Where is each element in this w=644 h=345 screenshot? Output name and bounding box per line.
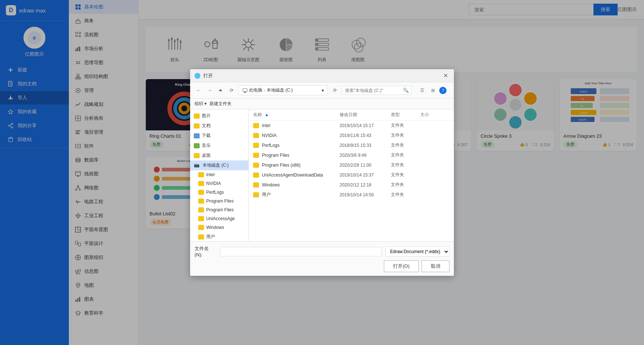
file-program-files-x86[interactable]: Program Files (x86) 2020/2/28 11:00 文件夹 — [249, 160, 454, 170]
file-nvidia[interactable]: NVIDIA 2019/11/6 15:43 文件夹 — [249, 130, 454, 140]
svg-rect-196 — [244, 92, 246, 93]
view-grid-btn[interactable]: ⊞ — [428, 86, 438, 95]
dialog-file-header: 名称 ▲ 修改日期 类型 大小 — [249, 110, 454, 120]
folder-downloads[interactable]: 下载 — [190, 131, 248, 141]
file-program-files[interactable]: Program Files 2020/3/6 9:49 文件夹 — [249, 150, 454, 160]
folder-users[interactable]: 用户 — [190, 232, 248, 241]
dialog-search-box: 🔍 — [342, 86, 411, 95]
svg-rect-199 — [195, 164, 197, 165]
dialog-search-icon[interactable]: 🔍 — [401, 86, 411, 94]
filename-label: 文件名(N): — [195, 245, 216, 257]
folder-icon-pf — [198, 199, 204, 204]
folder-icon-file-users — [253, 192, 259, 197]
help-btn[interactable]: ? — [439, 87, 447, 94]
folder-icon-file-perflogs — [253, 143, 259, 148]
folder-icon-uni — [198, 216, 204, 221]
folder-program-files-x86[interactable]: Program Files — [190, 205, 248, 214]
folder-icon-file-pfx86 — [253, 163, 259, 168]
svg-rect-198 — [194, 164, 199, 167]
up-button[interactable] — [216, 86, 225, 94]
folder-music[interactable]: 音乐 — [190, 141, 248, 151]
folder-icon-desktop — [194, 153, 200, 158]
svg-marker-194 — [219, 89, 222, 91]
folder-icon-users — [198, 234, 204, 240]
back-button[interactable]: ← — [195, 86, 203, 94]
dialog-footer: 文件名(N): Edraw.Document (*.eddx) 打开(O) 取消 — [190, 241, 454, 276]
dialog-close-button[interactable]: ✕ — [442, 72, 449, 79]
folder-icon-file-uni — [253, 172, 259, 178]
folder-icon-file-pf — [253, 153, 259, 158]
dialog-toolbar: ← → ⟳ 此电脑 › 本地磁盘 (C:) ▾ ⟳ 🔍 ☰ ⊞ ? — [190, 82, 454, 99]
path-part-2: 本地磁盘 (C:) — [267, 87, 293, 93]
file-windows[interactable]: Windows 2020/2/12 12:18 文件夹 — [249, 180, 454, 190]
computer-icon — [243, 88, 248, 93]
col-name-header[interactable]: 名称 ▲ — [253, 112, 340, 118]
dialog-search-input[interactable] — [342, 86, 401, 94]
dialog-overlay: 打开 ✕ ← → ⟳ 此电脑 › 本地磁盘 (C:) ▾ ⟳ 🔍 — [0, 0, 644, 345]
forward-button[interactable]: → — [206, 86, 214, 94]
organize-label[interactable]: 组织 ▾ — [195, 101, 207, 107]
folder-perflogs[interactable]: PerfLogs — [190, 188, 248, 197]
folder-icon-file-win — [253, 182, 259, 188]
file-intel[interactable]: Intel 2019/10/14 15:17 文件夹 — [249, 120, 454, 130]
file-uniaccess[interactable]: UniAccessAgentDownloadData 2019/10/14 15… — [249, 170, 454, 180]
folder-documents[interactable]: 文档 — [190, 121, 248, 131]
filename-row: 文件名(N): Edraw.Document (*.eddx) — [195, 245, 449, 257]
open-button[interactable]: 打开(O) — [384, 260, 419, 272]
col-size-header[interactable]: 大小 — [420, 112, 449, 118]
cancel-button[interactable]: 取消 — [422, 260, 449, 272]
filename-input[interactable] — [220, 247, 382, 256]
folder-icon-documents — [194, 123, 200, 129]
new-folder-label[interactable]: 新建文件夹 — [210, 101, 232, 107]
folder-icon-nvidia — [198, 181, 204, 186]
svg-rect-197 — [244, 92, 247, 92]
dialog-titlebar: 打开 ✕ — [190, 69, 454, 82]
refresh-button[interactable]: ⟳ — [227, 86, 236, 94]
dialog-file-area: 名称 ▲ 修改日期 类型 大小 Intel 2019/10/14 15:17 文… — [249, 110, 454, 241]
folder-desktop[interactable]: 桌面 — [190, 151, 248, 160]
folder-windows[interactable]: Windows — [190, 223, 248, 232]
folder-icon-music — [194, 143, 200, 148]
folder-icon-perflogs — [198, 190, 204, 195]
folder-nvidia[interactable]: NVIDIA — [190, 179, 248, 188]
dialog-title-text: 打开 — [203, 73, 213, 79]
folder-icon-win — [198, 225, 204, 230]
filetype-select[interactable]: Edraw.Document (*.eddx) — [385, 246, 449, 257]
svg-rect-195 — [243, 89, 247, 92]
folder-icon-intel — [198, 172, 204, 177]
folder-pictures[interactable]: 图片 — [190, 111, 248, 121]
file-users[interactable]: 用户 2019/10/14 14:50 文件夹 — [249, 190, 454, 200]
col-date-header[interactable]: 修改日期 — [340, 112, 391, 118]
dialog-title: 打开 — [195, 73, 213, 79]
dialog-files-list: Intel 2019/10/14 15:17 文件夹 NVIDIA 2019/1… — [249, 120, 454, 241]
folder-intel[interactable]: Intel — [190, 170, 248, 179]
folder-uniaccess[interactable]: UniAccessAge — [190, 214, 248, 223]
folder-local-c[interactable]: 本地磁盘 (C:) — [190, 160, 248, 170]
dialog-view-actions: ☰ ⊞ ? — [414, 86, 449, 95]
dialog-nav-refresh2[interactable]: ⟳ — [331, 86, 339, 94]
file-open-dialog: 打开 ✕ ← → ⟳ 此电脑 › 本地磁盘 (C:) ▾ ⟳ 🔍 — [190, 69, 454, 276]
folder-icon-file-nvidia — [253, 133, 259, 138]
dialog-buttons: 打开(O) 取消 — [195, 260, 449, 272]
path-dropdown-icon[interactable]: ▾ — [322, 88, 324, 93]
chrome-icon — [195, 73, 200, 79]
folder-program-files[interactable]: Program Files — [190, 197, 248, 205]
folder-icon-file-intel — [253, 123, 259, 128]
dialog-body: 图片 文档 下载 音乐 桌面 — [190, 110, 454, 241]
folder-icon-downloads — [194, 133, 200, 138]
folder-icon-pfx86 — [198, 207, 204, 212]
col-type-header[interactable]: 类型 — [391, 112, 420, 118]
view-list-btn[interactable]: ☰ — [417, 86, 427, 95]
path-part-1: 此电脑 — [249, 87, 262, 93]
folder-icon-pictures — [194, 114, 200, 119]
dialog-path-bar[interactable]: 此电脑 › 本地磁盘 (C:) ▾ — [238, 85, 328, 95]
file-perflogs[interactable]: PerfLogs 2018/9/15 15:33 文件夹 — [249, 140, 454, 150]
dialog-sidebar: 图片 文档 下载 音乐 桌面 — [190, 110, 249, 241]
